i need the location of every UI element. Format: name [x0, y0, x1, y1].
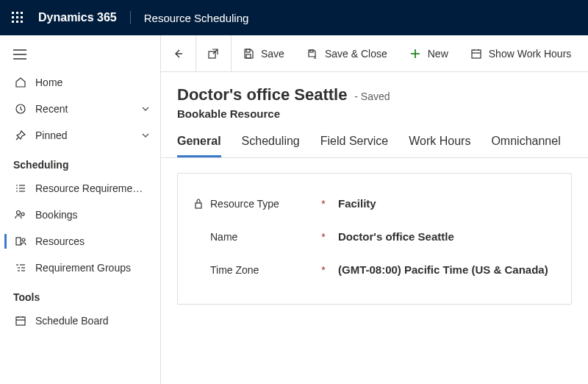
clock-icon	[13, 102, 28, 116]
list-icon	[13, 181, 28, 196]
nav-requirement-groups-label: Requirement Groups	[35, 262, 131, 274]
nav-pinned[interactable]: Pinned	[0, 122, 160, 149]
svg-point-23	[22, 238, 25, 241]
people-icon	[13, 207, 28, 222]
group-icon	[13, 260, 28, 275]
show-work-hours-button[interactable]: Show Work Hours	[459, 35, 583, 71]
svg-rect-38	[246, 54, 251, 58]
svg-point-20	[17, 211, 21, 215]
nav-pinned-label: Pinned	[35, 129, 68, 141]
svg-rect-37	[246, 49, 250, 52]
calendar-icon	[13, 313, 28, 328]
new-button[interactable]: New	[398, 35, 459, 71]
save-icon	[242, 47, 255, 60]
app-launcher-icon[interactable]	[9, 9, 26, 26]
svg-rect-3	[12, 16, 14, 18]
svg-rect-46	[196, 203, 201, 208]
tab-scheduling[interactable]: Scheduling	[242, 135, 300, 157]
save-close-button[interactable]: Save & Close	[295, 35, 398, 71]
save-button[interactable]: Save	[232, 35, 295, 71]
name-value: Doctor's office Seattle	[338, 230, 454, 243]
svg-rect-5	[21, 16, 23, 18]
timezone-value: (GMT-08:00) Pacific Time (US & Canada)	[338, 263, 548, 276]
global-header: Dynamics 365 Resource Scheduling	[0, 0, 588, 35]
new-label: New	[428, 48, 448, 60]
resource-type-value: Facility	[338, 197, 376, 210]
back-button[interactable]	[161, 35, 196, 71]
plus-icon	[409, 47, 422, 60]
chevron-down-icon	[141, 104, 150, 113]
nav-schedule-board[interactable]: Schedule Board	[0, 307, 160, 334]
resource-type-label: Resource Type	[210, 198, 279, 210]
module-label: Resource Scheduling	[131, 12, 249, 24]
nav-resources-label: Resources	[35, 235, 85, 247]
record-entity: Bookable Resource	[177, 107, 572, 120]
nav-resource-requirements-label: Resource Requireme…	[35, 182, 143, 194]
nav-group-tools: Tools	[0, 281, 160, 307]
open-new-window-button[interactable]	[196, 35, 231, 71]
save-close-label: Save & Close	[325, 48, 387, 60]
nav-bookings[interactable]: Bookings	[0, 202, 160, 228]
nav-group-scheduling: Scheduling	[0, 149, 160, 175]
field-name[interactable]: Name * Doctor's office Seattle	[194, 220, 555, 253]
command-bar: Save Save & Close New Show Work Hours	[161, 35, 588, 72]
main-content: Save Save & Close New Show Work Hours Do…	[161, 35, 588, 384]
pin-icon	[13, 128, 28, 143]
nav-recent-label: Recent	[35, 103, 68, 115]
form-section-general: Resource Type * Facility Name * Doctor's…	[177, 173, 572, 305]
svg-rect-39	[310, 50, 313, 52]
home-icon	[13, 75, 28, 90]
nav-toggle-button[interactable]	[0, 40, 160, 69]
svg-rect-6	[12, 21, 14, 23]
nav-resource-requirements[interactable]: Resource Requireme…	[0, 175, 160, 202]
nav-resources[interactable]: Resources	[0, 228, 160, 255]
required-marker: *	[319, 264, 328, 276]
nav-bookings-label: Bookings	[35, 209, 78, 221]
svg-line-13	[16, 138, 18, 140]
back-arrow-icon	[171, 47, 184, 60]
nav-requirement-groups[interactable]: Requirement Groups	[0, 255, 160, 281]
show-work-hours-label: Show Work Hours	[489, 48, 572, 60]
tab-work-hours[interactable]: Work Hours	[409, 135, 470, 157]
left-navigation: Home Recent Pinned Scheduling Resource R…	[0, 35, 161, 384]
required-marker: *	[319, 231, 328, 243]
record-status: - Saved	[354, 90, 390, 102]
save-close-icon	[306, 47, 319, 60]
svg-point-21	[21, 213, 24, 216]
field-timezone[interactable]: Time Zone * (GMT-08:00) Pacific Time (US…	[194, 253, 555, 286]
form-tabs: General Scheduling Field Service Work Ho…	[161, 120, 588, 158]
nav-home-label: Home	[35, 77, 62, 88]
tab-field-service[interactable]: Field Service	[320, 135, 388, 157]
svg-rect-1	[16, 12, 18, 14]
svg-rect-2	[21, 12, 23, 14]
popout-icon	[207, 47, 220, 60]
tab-omnichannel[interactable]: Omnichannel	[491, 135, 560, 157]
brand-label: Dynamics 365	[38, 11, 131, 24]
resource-icon	[13, 234, 28, 249]
svg-rect-8	[21, 21, 23, 23]
record-header: Doctor's office Seattle - Saved Bookable…	[161, 72, 588, 120]
svg-rect-22	[16, 238, 21, 245]
svg-rect-0	[12, 12, 14, 14]
record-title: Doctor's office Seattle	[177, 85, 347, 104]
nav-schedule-board-label: Schedule Board	[35, 315, 109, 327]
calendar-icon	[470, 47, 483, 60]
svg-rect-30	[16, 317, 25, 325]
lock-icon	[194, 199, 204, 209]
nav-recent[interactable]: Recent	[0, 96, 160, 122]
name-label: Name	[210, 231, 237, 243]
save-label: Save	[261, 48, 284, 60]
required-marker: *	[319, 198, 328, 210]
svg-rect-4	[16, 16, 18, 18]
svg-rect-7	[16, 21, 18, 23]
chevron-down-icon	[141, 131, 150, 140]
timezone-label: Time Zone	[210, 264, 259, 276]
nav-home[interactable]: Home	[0, 69, 160, 96]
field-resource-type[interactable]: Resource Type * Facility	[194, 187, 555, 220]
svg-rect-42	[472, 50, 481, 58]
tab-general[interactable]: General	[177, 135, 221, 157]
